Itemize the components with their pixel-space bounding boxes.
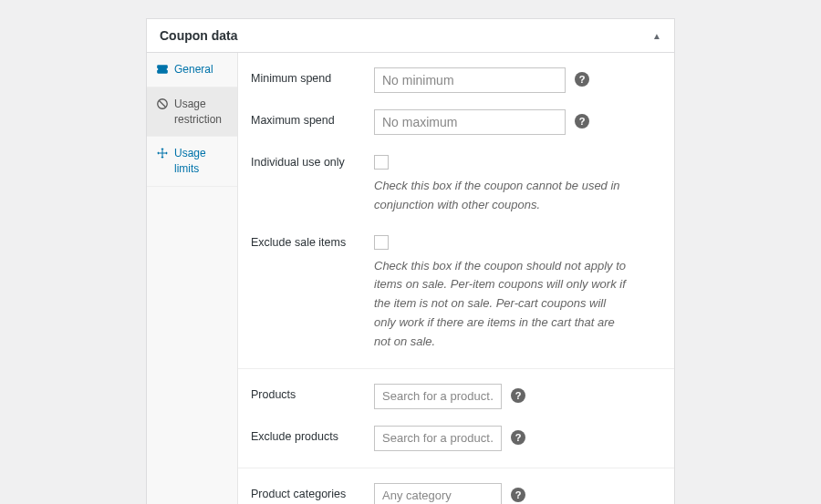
exclude-products-input[interactable]: [374, 426, 502, 451]
row-maximum-spend: Maximum spend ?: [251, 109, 661, 135]
exclude-sale-checkbox[interactable]: [374, 235, 389, 250]
label-exclude-sale: Exclude sale items: [251, 231, 374, 249]
individual-use-checkbox[interactable]: [374, 155, 389, 170]
help-icon[interactable]: ?: [575, 114, 589, 129]
label-products: Products: [251, 384, 374, 401]
ticket-icon: [156, 63, 169, 76]
row-individual-use: Individual use only Check this box if th…: [251, 151, 661, 215]
row-product-categories: Product categories ?: [251, 483, 661, 504]
row-minimum-spend: Minimum spend ?: [251, 67, 661, 93]
panel-title: Coupon data: [160, 28, 238, 43]
collapse-icon[interactable]: ▲: [652, 31, 661, 41]
exclude-sale-description: Check this box if the coupon should not …: [374, 257, 629, 352]
row-exclude-sale: Exclude sale items Check this box if the…: [251, 231, 661, 352]
help-icon[interactable]: ?: [511, 488, 525, 502]
panel-header: Coupon data ▲: [147, 19, 674, 53]
help-icon[interactable]: ?: [575, 72, 589, 87]
sidebar: General Usage restriction Usage limits: [147, 53, 238, 504]
label-minimum-spend: Minimum spend: [251, 67, 374, 85]
row-products: Products ?: [251, 384, 661, 409]
minimum-spend-input[interactable]: [374, 67, 566, 93]
tab-usage-limits[interactable]: Usage limits: [147, 137, 237, 187]
product-categories-input[interactable]: [374, 483, 502, 504]
no-entry-icon: [156, 98, 169, 110]
tab-general[interactable]: General: [147, 53, 237, 87]
panel-body: General Usage restriction Usage limits M…: [147, 53, 674, 504]
tab-general-label: General: [174, 62, 213, 77]
label-individual-use: Individual use only: [251, 151, 374, 169]
individual-use-description: Check this box if the coupon cannot be u…: [374, 177, 629, 215]
tab-usage-limits-label: Usage limits: [174, 146, 228, 177]
label-product-categories: Product categories: [251, 483, 374, 500]
help-icon[interactable]: ?: [511, 430, 525, 445]
maximum-spend-input[interactable]: [374, 109, 566, 135]
tab-usage-restriction[interactable]: Usage restriction: [147, 87, 237, 138]
products-input[interactable]: [374, 384, 502, 409]
content-area: Minimum spend ? Maximum spend ? Individu…: [238, 53, 674, 504]
move-icon: [156, 147, 169, 159]
coupon-data-panel: Coupon data ▲ General Usage restriction: [146, 18, 675, 504]
tab-usage-restriction-label: Usage restriction: [174, 97, 228, 128]
label-exclude-products: Exclude products: [251, 426, 374, 443]
svg-line-1: [160, 100, 166, 107]
label-maximum-spend: Maximum spend: [251, 109, 374, 127]
help-icon[interactable]: ?: [511, 388, 525, 403]
row-exclude-products: Exclude products ?: [251, 426, 661, 451]
